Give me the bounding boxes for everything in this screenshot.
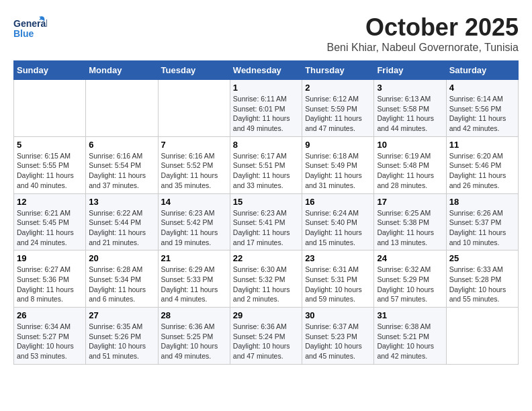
day-number: 21 [161,253,227,263]
day-info: Sunrise: 6:15 AM Sunset: 5:55 PM Dayligh… [17,151,83,191]
day-info: Sunrise: 6:11 AM Sunset: 6:01 PM Dayligh… [233,94,299,134]
day-info: Sunrise: 6:34 AM Sunset: 5:27 PM Dayligh… [17,322,83,361]
day-info: Sunrise: 6:31 AM Sunset: 5:31 PM Dayligh… [305,265,371,304]
calendar-cell: 7Sunrise: 6:16 AM Sunset: 5:52 PM Daylig… [158,136,230,193]
calendar-cell: 13Sunrise: 6:22 AM Sunset: 5:44 PM Dayli… [86,193,158,250]
logo: General Blue [13,13,50,40]
day-of-week-saturday: Saturday [446,61,518,80]
day-number: 30 [305,310,371,320]
day-number: 15 [233,197,299,207]
day-number: 25 [449,253,515,263]
calendar-cell: 1Sunrise: 6:11 AM Sunset: 6:01 PM Daylig… [230,80,302,137]
calendar-cell: 11Sunrise: 6:20 AM Sunset: 5:46 PM Dayli… [446,136,518,193]
day-info: Sunrise: 6:16 AM Sunset: 5:54 PM Dayligh… [89,151,154,191]
day-number: 11 [449,140,515,150]
day-info: Sunrise: 6:33 AM Sunset: 5:28 PM Dayligh… [449,265,515,304]
day-number: 16 [305,197,371,207]
day-info: Sunrise: 6:17 AM Sunset: 5:51 PM Dayligh… [233,151,299,191]
day-number: 27 [89,310,154,320]
calendar-cell: 14Sunrise: 6:23 AM Sunset: 5:42 PM Dayli… [158,193,230,250]
calendar-cell: 2Sunrise: 6:12 AM Sunset: 5:59 PM Daylig… [302,80,374,137]
day-of-week-thursday: Thursday [302,61,374,80]
week-row-1: 1Sunrise: 6:11 AM Sunset: 6:01 PM Daylig… [14,80,519,137]
calendar-cell: 3Sunrise: 6:13 AM Sunset: 5:58 PM Daylig… [374,80,446,137]
day-info: Sunrise: 6:14 AM Sunset: 5:56 PM Dayligh… [449,94,515,134]
calendar-cell [86,80,158,137]
day-number: 8 [233,140,299,150]
calendar-cell [446,308,518,365]
day-info: Sunrise: 6:38 AM Sunset: 5:21 PM Dayligh… [377,322,443,361]
day-of-week-tuesday: Tuesday [158,61,230,80]
calendar-cell: 6Sunrise: 6:16 AM Sunset: 5:54 PM Daylig… [86,136,158,193]
day-number: 22 [233,253,299,263]
calendar-cell: 18Sunrise: 6:26 AM Sunset: 5:37 PM Dayli… [446,193,518,250]
day-info: Sunrise: 6:19 AM Sunset: 5:48 PM Dayligh… [377,151,443,191]
day-number: 9 [305,140,371,150]
calendar-table: SundayMondayTuesdayWednesdayThursdayFrid… [13,60,519,365]
day-info: Sunrise: 6:36 AM Sunset: 5:25 PM Dayligh… [161,322,227,361]
calendar-cell: 8Sunrise: 6:17 AM Sunset: 5:51 PM Daylig… [230,136,302,193]
days-of-week-row: SundayMondayTuesdayWednesdayThursdayFrid… [14,61,519,80]
calendar-cell: 10Sunrise: 6:19 AM Sunset: 5:48 PM Dayli… [374,136,446,193]
day-number: 29 [233,310,299,320]
day-info: Sunrise: 6:23 AM Sunset: 5:42 PM Dayligh… [161,208,227,248]
day-info: Sunrise: 6:26 AM Sunset: 5:37 PM Dayligh… [449,208,515,248]
day-info: Sunrise: 6:29 AM Sunset: 5:33 PM Dayligh… [161,265,227,304]
week-row-2: 5Sunrise: 6:15 AM Sunset: 5:55 PM Daylig… [14,136,519,193]
day-number: 1 [233,83,299,93]
calendar-cell: 27Sunrise: 6:35 AM Sunset: 5:26 PM Dayli… [86,308,158,365]
day-number: 31 [377,310,443,320]
day-info: Sunrise: 6:20 AM Sunset: 5:46 PM Dayligh… [449,151,515,191]
calendar-cell: 24Sunrise: 6:32 AM Sunset: 5:29 PM Dayli… [374,250,446,308]
day-info: Sunrise: 6:22 AM Sunset: 5:44 PM Dayligh… [89,208,154,248]
svg-text:Blue: Blue [13,28,34,39]
day-number: 7 [161,140,227,150]
day-number: 23 [305,253,371,263]
calendar-cell [158,80,230,137]
day-info: Sunrise: 6:23 AM Sunset: 5:41 PM Dayligh… [233,208,299,248]
calendar-cell: 4Sunrise: 6:14 AM Sunset: 5:56 PM Daylig… [446,80,518,137]
calendar-cell: 29Sunrise: 6:36 AM Sunset: 5:24 PM Dayli… [230,308,302,365]
day-number: 13 [89,197,154,207]
day-number: 12 [17,197,83,207]
day-number: 18 [449,197,515,207]
calendar-cell: 15Sunrise: 6:23 AM Sunset: 5:41 PM Dayli… [230,193,302,250]
day-number: 20 [89,253,154,263]
day-info: Sunrise: 6:32 AM Sunset: 5:29 PM Dayligh… [377,265,443,304]
day-of-week-friday: Friday [374,61,446,80]
day-number: 3 [377,83,443,93]
day-info: Sunrise: 6:25 AM Sunset: 5:38 PM Dayligh… [377,208,443,248]
day-info: Sunrise: 6:30 AM Sunset: 5:32 PM Dayligh… [233,265,299,304]
day-number: 28 [161,310,227,320]
week-row-3: 12Sunrise: 6:21 AM Sunset: 5:45 PM Dayli… [14,193,519,250]
week-row-5: 26Sunrise: 6:34 AM Sunset: 5:27 PM Dayli… [14,308,519,365]
calendar-cell: 19Sunrise: 6:27 AM Sunset: 5:36 PM Dayli… [14,250,86,308]
calendar-cell: 31Sunrise: 6:38 AM Sunset: 5:21 PM Dayli… [374,308,446,365]
day-info: Sunrise: 6:28 AM Sunset: 5:34 PM Dayligh… [89,265,154,304]
day-of-week-sunday: Sunday [14,61,86,80]
day-number: 4 [449,83,515,93]
location: Beni Khiar, Nabeul Governorate, Tunisia [327,42,519,54]
day-info: Sunrise: 6:35 AM Sunset: 5:26 PM Dayligh… [89,322,154,361]
calendar-cell: 21Sunrise: 6:29 AM Sunset: 5:33 PM Dayli… [158,250,230,308]
day-info: Sunrise: 6:21 AM Sunset: 5:45 PM Dayligh… [17,208,83,248]
month-title: October 2025 [327,13,519,42]
calendar-cell: 17Sunrise: 6:25 AM Sunset: 5:38 PM Dayli… [374,193,446,250]
calendar-cell: 5Sunrise: 6:15 AM Sunset: 5:55 PM Daylig… [14,136,86,193]
day-number: 2 [305,83,371,93]
day-number: 26 [17,310,83,320]
day-number: 6 [89,140,154,150]
day-number: 10 [377,140,443,150]
calendar-cell: 22Sunrise: 6:30 AM Sunset: 5:32 PM Dayli… [230,250,302,308]
day-number: 5 [17,140,83,150]
calendar-cell: 9Sunrise: 6:18 AM Sunset: 5:49 PM Daylig… [302,136,374,193]
page-header: General Blue October 2025 Beni Khiar, Na… [13,13,519,54]
day-info: Sunrise: 6:12 AM Sunset: 5:59 PM Dayligh… [305,94,371,134]
day-info: Sunrise: 6:37 AM Sunset: 5:23 PM Dayligh… [305,322,371,361]
day-info: Sunrise: 6:18 AM Sunset: 5:49 PM Dayligh… [305,151,371,191]
day-info: Sunrise: 6:16 AM Sunset: 5:52 PM Dayligh… [161,151,227,191]
calendar-cell: 26Sunrise: 6:34 AM Sunset: 5:27 PM Dayli… [14,308,86,365]
day-info: Sunrise: 6:36 AM Sunset: 5:24 PM Dayligh… [233,322,299,361]
day-info: Sunrise: 6:24 AM Sunset: 5:40 PM Dayligh… [305,208,371,248]
logo-icon: General Blue [13,13,47,40]
